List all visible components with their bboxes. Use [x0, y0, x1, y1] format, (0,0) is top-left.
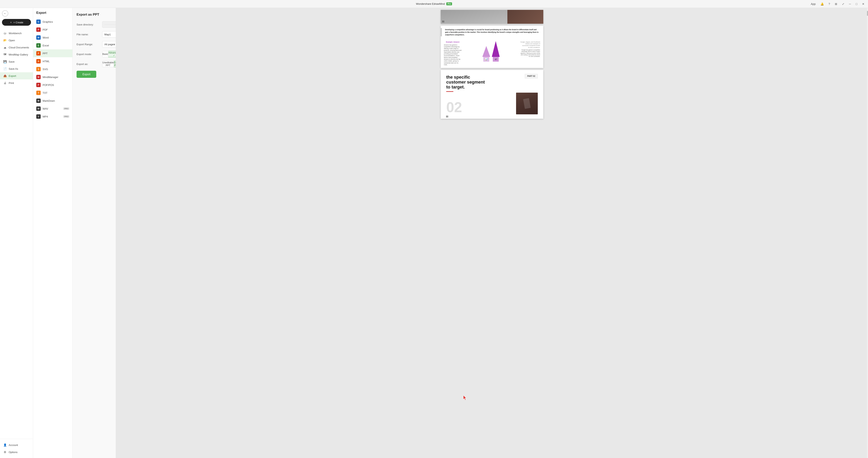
save-dir-placeholder: ···················: [104, 23, 116, 26]
pause-bar-2: [443, 21, 444, 23]
wav-icon: W: [36, 107, 41, 111]
sidebar-item-options[interactable]: ⚙ Options: [0, 449, 33, 456]
titlebar-right: App 🔔 ? ⊞ ⤢ ─ □ ✕: [810, 2, 866, 6]
help-button[interactable]: ?: [827, 2, 831, 6]
format-item-mindmanager[interactable]: M MindManager: [33, 73, 72, 81]
mindmanager-label: MindManager: [42, 76, 58, 79]
maximize-button[interactable]: □: [855, 2, 859, 6]
fullscreen-button[interactable]: ⤢: [841, 2, 845, 6]
graphics-label: Graphics: [42, 20, 53, 23]
mindmap-label: MindMap Gallery: [9, 53, 28, 56]
export-settings-title: Export as PPT: [76, 12, 112, 17]
txt-icon: T: [36, 91, 41, 95]
slide1-example-left: Example: Amazon Amazon has gained a comp…: [444, 41, 462, 65]
pause2-bar-1: [446, 116, 447, 117]
uneditable-ppt-button[interactable]: Uneditable PPT: [102, 61, 114, 67]
back-icon: ←: [2, 10, 8, 17]
export-label: Export: [9, 75, 16, 78]
mode-advanced-label: Advanced: [108, 51, 116, 54]
editable-ppt-button[interactable]: Editable PPT ✓: [114, 61, 116, 67]
format-item-mp4[interactable]: V MP4 PRO: [33, 113, 72, 120]
save-dir-field: ···················: [102, 21, 116, 28]
create-button[interactable]: ＋ + Create: [2, 19, 31, 26]
red-underline: [446, 91, 453, 92]
export-mode-toggle: Basic Advanced ✓: [102, 51, 116, 57]
file-name-row: File name:: [76, 31, 112, 37]
sidebar-item-cloud[interactable]: ☁ Cloud Documents: [0, 44, 33, 51]
export-range-wrapper: All pages: [102, 41, 116, 48]
export-title: Export: [33, 11, 72, 18]
right-text: Google has gained a competitive advantag…: [520, 49, 540, 57]
options-icon: ⚙: [3, 450, 7, 454]
sidebar-item-save[interactable]: 💾 Save: [0, 58, 33, 65]
export-range-select[interactable]: All pages: [102, 41, 116, 48]
app-button[interactable]: App: [810, 2, 817, 6]
slide2-image-area: [516, 93, 538, 114]
sidebar-bottom: 👤 Account ⚙ Options: [0, 439, 33, 458]
html-icon: H: [36, 59, 41, 63]
back-button[interactable]: ←: [2, 10, 8, 17]
mode-advanced-button[interactable]: Advanced ✓: [108, 51, 116, 57]
format-item-pofpos[interactable]: P POF/POS: [33, 81, 72, 89]
mp4-label: MP4: [42, 115, 48, 118]
format-item-html[interactable]: H HTML: [33, 57, 72, 65]
svg-icon: S: [36, 67, 41, 71]
slide2-card: PART 02 the specific customer segment to…: [441, 70, 543, 119]
export-mode-row: Export mode: Basic Advanced ✓: [76, 51, 112, 57]
slide2-bottom: 02: [446, 93, 538, 114]
slides-container: Developing a competitive advantage is cr…: [441, 8, 543, 121]
export-button[interactable]: Export: [76, 71, 96, 78]
app-name: Wondershare EdrawMind: [416, 2, 445, 5]
ppt-label: PPT: [42, 52, 48, 55]
uneditable-label: Uneditable PPT: [102, 61, 114, 67]
export-settings: Export as PPT Save directory: ··········…: [72, 8, 116, 458]
format-item-ppt[interactable]: P PPT: [33, 49, 72, 57]
pofpos-icon: P: [36, 83, 41, 87]
sidebar-item-account[interactable]: 👤 Account: [0, 441, 33, 449]
sidebar-item-open[interactable]: 📂 Open: [0, 37, 33, 44]
pdf-icon: P: [36, 27, 41, 32]
cloud-icon: ☁: [3, 46, 7, 49]
sidebar-item-workbench[interactable]: 🗂 Workbench: [0, 30, 33, 37]
format-item-word[interactable]: W Word: [33, 34, 72, 41]
file-name-input[interactable]: [102, 31, 116, 37]
titlebar-center: Wondershare EdrawMind Pro: [416, 2, 452, 5]
slide1-inner: Developing a competitive advantage is cr…: [441, 26, 543, 39]
sidebar-nav: 🗂 Workbench 📂 Open ☁ Cloud Documents 🗺 M…: [0, 28, 33, 439]
print-label: Print: [9, 82, 14, 85]
open-label: Open: [9, 39, 15, 42]
options-label: Options: [9, 451, 18, 454]
minimize-button[interactable]: ─: [848, 2, 852, 6]
format-item-pdf[interactable]: P PDF: [33, 26, 72, 34]
pause-controls: [442, 21, 444, 23]
sidebar-item-mindmap[interactable]: 🗺 MindMap Gallery: [0, 51, 33, 58]
excel-icon: E: [36, 43, 41, 48]
grid-button[interactable]: ⊞: [834, 2, 838, 6]
slide1-text: Developing a competitive advantage is cr…: [445, 28, 540, 36]
mode-basic-label: Basic: [102, 53, 108, 56]
slide1-right-text: Google, Zappos, and Southwest Airlines a…: [520, 41, 540, 57]
format-item-wav[interactable]: W WAV PRO: [33, 105, 72, 113]
account-label: Account: [9, 443, 18, 447]
format-item-txt[interactable]: T TXT: [33, 89, 72, 97]
export-as-toggle: Uneditable PPT Editable PPT ✓: [102, 61, 116, 67]
mode-basic-button[interactable]: Basic: [102, 51, 108, 57]
sidebar-item-export[interactable]: 📤 Export: [0, 72, 33, 79]
save-label: Save: [9, 60, 14, 63]
slide1-card: Developing a competitive advantage is cr…: [441, 26, 543, 68]
mindmanager-icon: M: [36, 75, 41, 79]
notification-button[interactable]: 🔔: [819, 2, 825, 6]
pdf-label: PDF: [42, 28, 48, 31]
sidebar-item-print[interactable]: 🖨 Print: [0, 79, 33, 86]
editable-label: Editable PPT: [114, 61, 116, 67]
sidebar-item-saveas[interactable]: 📄 Save As: [0, 65, 33, 72]
close-button[interactable]: ✕: [861, 2, 866, 6]
print-icon: 🖨: [3, 81, 7, 85]
format-item-markdown[interactable]: M MarkDown: [33, 97, 72, 105]
format-item-svg[interactable]: S SVG: [33, 65, 72, 73]
format-item-graphics[interactable]: G Graphics: [33, 18, 72, 26]
pause2-bar-2: [447, 116, 448, 117]
saveas-icon: 📄: [3, 67, 7, 70]
format-item-excel[interactable]: E Excel: [33, 41, 72, 49]
arrow-col-1: 📊: [482, 46, 490, 62]
